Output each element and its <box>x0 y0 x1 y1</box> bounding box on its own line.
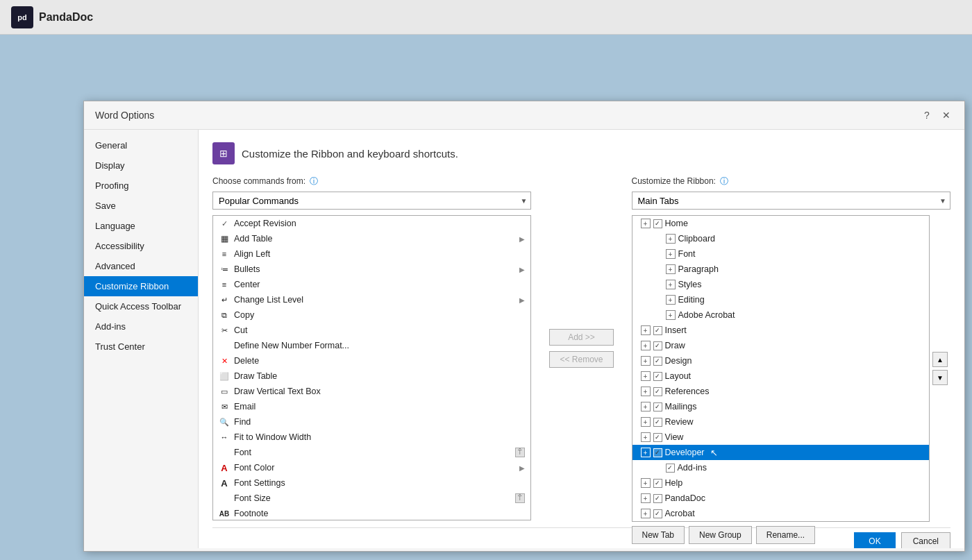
expand-help[interactable]: + <box>641 478 651 488</box>
list-item[interactable]: ≡ Align Left <box>213 246 530 262</box>
list-item[interactable]: ↔ Fit to Window Width <box>213 430 530 445</box>
checkbox-mailings[interactable]: ✓ <box>653 402 662 411</box>
expand-mailings[interactable]: + <box>641 402 651 411</box>
tree-item-mailings[interactable]: + ✓ Mailings <box>632 399 929 414</box>
item-icon: ▦ <box>219 233 230 244</box>
close-button[interactable]: ✕ <box>939 108 953 122</box>
tree-item-references[interactable]: + ✓ References <box>632 384 929 399</box>
sidebar-item-proofing[interactable]: Proofing <box>84 176 198 196</box>
tree-item-view[interactable]: + ✓ View <box>632 430 929 445</box>
expand-acrobat[interactable]: + <box>641 509 651 518</box>
list-item[interactable]: AB Footnote <box>213 506 530 520</box>
checkbox-layout[interactable]: ✓ <box>653 372 662 381</box>
move-down-button[interactable]: ▼ <box>932 370 948 385</box>
tree-item-review[interactable]: + ✓ Review <box>632 414 929 430</box>
expand-view[interactable]: + <box>641 432 651 442</box>
tree-item-pandadoc[interactable]: + ✓ PandaDoc <box>632 491 929 506</box>
ok-button[interactable]: OK <box>854 532 895 548</box>
expand-layout[interactable]: + <box>641 371 651 381</box>
checkbox-home[interactable]: ✓ <box>653 219 662 228</box>
sidebar-item-advanced[interactable]: Advanced <box>84 256 198 276</box>
list-item[interactable]: Define New Number Format... <box>213 338 530 353</box>
checkbox-help[interactable]: ✓ <box>653 479 662 488</box>
checkbox-design[interactable]: ✓ <box>653 357 662 366</box>
list-item[interactable]: A Font Color ▶ <box>213 460 530 475</box>
checkbox-draw[interactable]: ✓ <box>653 341 662 350</box>
tree-item-editing[interactable]: + Editing <box>632 292 929 307</box>
tree-item-clipboard[interactable]: + Clipboard <box>632 231 929 246</box>
list-item[interactable]: ✂ Cut <box>213 323 530 338</box>
checkbox-insert[interactable]: ✓ <box>653 326 662 335</box>
list-item[interactable]: ✉ Email <box>213 399 530 414</box>
tree-item-design[interactable]: + ✓ Design <box>632 353 929 368</box>
checkbox-developer[interactable]: ✓ <box>653 448 662 457</box>
tree-item-styles[interactable]: + Styles <box>632 277 929 292</box>
expand-insert[interactable]: + <box>641 325 651 335</box>
expand-editing[interactable]: + <box>666 295 676 305</box>
sidebar-item-trust-center[interactable]: Trust Center <box>84 337 198 357</box>
list-item[interactable]: ↵ Change List Level ▶ <box>213 292 530 307</box>
expand-references[interactable]: + <box>641 387 651 396</box>
add-button[interactable]: Add >> <box>549 329 613 346</box>
list-item[interactable]: ▦ Add Table ▶ <box>213 231 530 246</box>
tree-item-help[interactable]: + ✓ Help <box>632 475 929 491</box>
sidebar-item-add-ins[interactable]: Add-ins <box>84 316 198 337</box>
rename-button[interactable]: Rename... <box>756 526 815 544</box>
commands-list[interactable]: ✓ Accept Revision ▦ Add Table ▶ ≡ Alig <box>212 215 531 520</box>
expand-clipboard[interactable]: + <box>666 234 676 244</box>
list-item[interactable]: 🔍 Find <box>213 414 530 430</box>
ribbon-dropdown[interactable]: Main Tabs Tool Tabs All Tabs <box>632 192 950 210</box>
sidebar-item-accessibility[interactable]: Accessibility <box>84 236 198 256</box>
sidebar-item-save[interactable]: Save <box>84 196 198 216</box>
expand-paragraph[interactable]: + <box>666 264 676 274</box>
sidebar-item-general[interactable]: General <box>84 135 198 155</box>
expand-font[interactable]: + <box>666 249 676 259</box>
checkbox-add-ins-child[interactable]: ✓ <box>666 464 675 473</box>
remove-button[interactable]: << Remove <box>549 351 613 368</box>
list-item[interactable]: ≔ Bullets ▶ <box>213 262 530 277</box>
tree-item-font[interactable]: + Font <box>632 246 929 262</box>
list-item[interactable]: ≡ Center <box>213 277 530 292</box>
new-group-button[interactable]: New Group <box>689 526 752 544</box>
expand-adobe[interactable]: + <box>666 310 676 320</box>
tree-item-acrobat[interactable]: + ✓ Acrobat <box>632 506 929 521</box>
list-item[interactable]: Font Size T̄ <box>213 491 530 506</box>
sidebar-item-customize-ribbon[interactable]: Customize Ribbon <box>84 276 198 296</box>
expand-draw[interactable]: + <box>641 341 651 350</box>
expand-pandadoc[interactable]: + <box>641 493 651 503</box>
tree-item-draw[interactable]: + ✓ Draw <box>632 338 929 353</box>
list-item[interactable]: ✓ Accept Revision <box>213 216 530 231</box>
expand-styles[interactable]: + <box>666 280 676 289</box>
checkbox-references[interactable]: ✓ <box>653 387 662 396</box>
cancel-button[interactable]: Cancel <box>901 532 950 548</box>
tree-item-insert[interactable]: + ✓ Insert <box>632 323 929 338</box>
tree-item-developer[interactable]: + ✓ Developer ↖ <box>632 445 929 460</box>
checkbox-acrobat[interactable]: ✓ <box>653 509 662 518</box>
ribbon-tree[interactable]: + ✓ Home + Clipboard <box>632 215 930 522</box>
checkbox-review[interactable]: ✓ <box>653 418 662 427</box>
tree-item-adobe-acrobat[interactable]: + Adobe Acrobat <box>632 307 929 323</box>
checkbox-pandadoc[interactable]: ✓ <box>653 494 662 503</box>
expand-home[interactable]: + <box>641 219 651 228</box>
list-item[interactable]: ⧉ Copy <box>213 307 530 323</box>
help-button[interactable]: ? <box>920 108 934 122</box>
expand-developer[interactable]: + <box>641 448 651 457</box>
sidebar-item-display[interactable]: Display <box>84 155 198 176</box>
new-tab-button[interactable]: New Tab <box>632 526 685 544</box>
tree-item-paragraph[interactable]: + Paragraph <box>632 262 929 277</box>
sidebar-item-quick-access[interactable]: Quick Access Toolbar <box>84 296 198 316</box>
tree-item-add-ins-child[interactable]: ✓ Add-ins <box>632 460 929 475</box>
sidebar-item-language[interactable]: Language <box>84 216 198 236</box>
list-item[interactable]: ⬜ Draw Table <box>213 368 530 384</box>
list-item[interactable]: A Font Settings <box>213 475 530 491</box>
expand-review[interactable]: + <box>641 417 651 427</box>
list-item[interactable]: ▭ Draw Vertical Text Box <box>213 384 530 399</box>
commands-dropdown[interactable]: Popular Commands All Commands Commands N… <box>212 192 531 210</box>
tree-item-home[interactable]: + ✓ Home <box>632 216 929 231</box>
tree-item-layout[interactable]: + ✓ Layout <box>632 368 929 384</box>
checkbox-view[interactable]: ✓ <box>653 433 662 442</box>
list-item[interactable]: ✕ Delete <box>213 353 530 368</box>
move-up-button[interactable]: ▲ <box>932 352 948 367</box>
expand-design[interactable]: + <box>641 356 651 366</box>
list-item[interactable]: Font T̄ <box>213 445 530 460</box>
